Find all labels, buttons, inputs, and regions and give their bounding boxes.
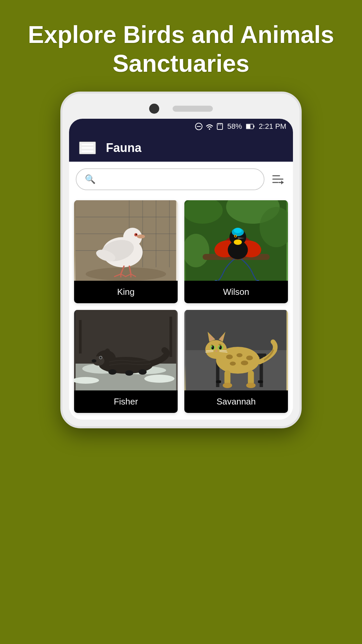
- svg-rect-82: [216, 380, 221, 383]
- animal-card-fisher[interactable]: Fisher: [74, 310, 178, 413]
- svg-point-109: [246, 383, 256, 388]
- battery-icon: [246, 123, 255, 129]
- animal-label-savannah: Savannah: [184, 390, 288, 413]
- svg-point-27: [137, 234, 145, 238]
- svg-rect-78: [186, 310, 287, 350]
- svg-point-3: [209, 128, 210, 130]
- svg-point-71: [100, 357, 102, 359]
- filter-sort-button[interactable]: [269, 171, 286, 187]
- svg-point-89: [241, 361, 248, 365]
- animal-card-savannah[interactable]: Savannah: [184, 310, 288, 413]
- svg-rect-9: [253, 125, 254, 127]
- hamburger-line-2: [81, 147, 94, 149]
- svg-point-55: [235, 235, 236, 237]
- search-icon: 🔍: [85, 174, 96, 184]
- svg-point-52: [234, 228, 242, 233]
- svg-rect-8: [246, 124, 250, 128]
- savannah-cat-svg: [184, 310, 288, 390]
- svg-point-85: [226, 355, 233, 359]
- svg-point-72: [101, 357, 102, 358]
- paradise-bird-svg: [184, 200, 288, 281]
- svg-point-63: [144, 375, 175, 383]
- phone-frame: 58% 2:21 PM Fauna 🔍: [60, 92, 302, 428]
- svg-point-97: [212, 345, 214, 350]
- hamburger-line-1: [81, 144, 94, 145]
- phone-camera: [149, 104, 159, 114]
- animal-image-king: [74, 200, 178, 281]
- wifi-icon: [205, 123, 214, 130]
- animals-grid: King: [69, 197, 293, 420]
- phone-speaker: [173, 106, 213, 112]
- search-input[interactable]: [100, 174, 255, 184]
- svg-point-69: [92, 359, 97, 363]
- animal-card-wilson[interactable]: Wilson: [184, 200, 288, 303]
- battery-percent: 58%: [227, 122, 242, 131]
- search-bar-container[interactable]: 🔍: [76, 168, 264, 190]
- svg-point-86: [237, 353, 243, 357]
- app-bar: Fauna: [69, 134, 293, 162]
- svg-point-99: [212, 346, 213, 347]
- app-bar-title: Fauna: [106, 141, 141, 155]
- sort-filter-icon: [271, 173, 285, 185]
- svg-point-24: [86, 267, 166, 281]
- svg-point-90: [205, 340, 227, 359]
- svg-rect-64: [79, 320, 82, 354]
- svg-rect-4: [217, 123, 223, 129]
- svg-point-75: [125, 370, 133, 376]
- status-bar: 58% 2:21 PM: [69, 119, 293, 134]
- svg-point-73: [105, 348, 110, 355]
- phone-screen: 58% 2:21 PM Fauna 🔍: [69, 119, 293, 420]
- svg-point-108: [223, 383, 232, 388]
- phone-notch: [69, 100, 293, 119]
- animal-image-fisher: [74, 310, 178, 390]
- animal-image-savannah: [184, 310, 288, 390]
- svg-point-29: [136, 234, 137, 235]
- pigeon-svg: [74, 200, 178, 281]
- animal-label-fisher: Fisher: [74, 390, 178, 413]
- animal-label-wilson: Wilson: [184, 281, 288, 303]
- menu-button[interactable]: [79, 142, 96, 154]
- status-icons: [195, 123, 223, 130]
- svg-point-74: [109, 369, 117, 375]
- do-not-disturb-icon: [195, 123, 202, 130]
- fisher-svg: [74, 310, 178, 390]
- search-area: 🔍: [69, 162, 293, 197]
- animal-label-king: King: [74, 281, 178, 303]
- svg-point-76: [139, 369, 147, 375]
- status-time: 2:21 PM: [259, 122, 286, 131]
- hamburger-line-3: [81, 151, 94, 152]
- svg-rect-65: [170, 317, 172, 357]
- svg-rect-83: [258, 380, 263, 383]
- svg-point-100: [219, 346, 220, 347]
- svg-point-88: [230, 362, 236, 366]
- page-title: Explore Birds and Animals Sanctuaries: [13, 20, 349, 78]
- svg-point-98: [219, 345, 222, 350]
- animal-card-king[interactable]: King: [74, 200, 178, 303]
- page-header: Explore Birds and Animals Sanctuaries: [0, 0, 362, 92]
- sim-icon: [217, 123, 223, 130]
- svg-point-87: [246, 356, 253, 360]
- animal-image-wilson: [184, 200, 288, 281]
- svg-point-53: [234, 239, 242, 245]
